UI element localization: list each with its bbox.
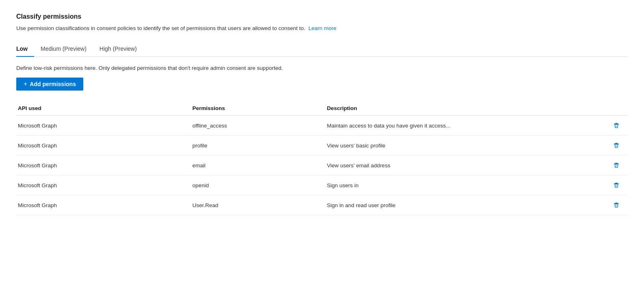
svg-rect-0 <box>614 124 618 124</box>
cell-description-1: View users' basic profile <box>322 136 603 156</box>
svg-rect-12 <box>614 203 618 204</box>
cell-permission-3: openid <box>187 175 322 195</box>
cell-api-3: Microsoft Graph <box>16 175 187 195</box>
learn-more-link[interactable]: Learn more <box>308 25 336 31</box>
svg-rect-6 <box>614 164 618 164</box>
table-row: Microsoft Graph profile View users' basi… <box>16 136 628 156</box>
cell-api-1: Microsoft Graph <box>16 136 187 156</box>
cell-permission-2: email <box>187 156 322 175</box>
plus-icon: + <box>24 81 27 87</box>
cell-api-2: Microsoft Graph <box>16 156 187 175</box>
table-row: Microsoft Graph openid Sign users in <box>16 175 628 195</box>
delete-button-3[interactable] <box>610 180 623 190</box>
column-header-description: Description <box>322 102 603 116</box>
tab-low[interactable]: Low <box>16 42 34 57</box>
delete-button-2[interactable] <box>610 160 623 170</box>
low-tab-description: Define low-risk permissions here. Only d… <box>16 65 628 71</box>
delete-button-4[interactable] <box>610 200 623 210</box>
tab-medium[interactable]: Medium (Preview) <box>41 42 93 57</box>
column-header-action <box>603 102 628 116</box>
table-row: Microsoft Graph offline_access Maintain … <box>16 116 628 136</box>
cell-action-3 <box>603 175 628 195</box>
cell-api-0: Microsoft Graph <box>16 116 187 136</box>
column-header-permissions: Permissions <box>187 102 322 116</box>
table-row: Microsoft Graph email View users' email … <box>16 156 628 175</box>
cell-permission-4: User.Read <box>187 195 322 215</box>
delete-button-0[interactable] <box>610 121 623 130</box>
cell-description-0: Maintain access to data you have given i… <box>322 116 603 136</box>
add-permissions-button[interactable]: + Add permissions <box>16 78 83 91</box>
cell-action-2 <box>603 156 628 175</box>
cell-permission-1: profile <box>187 136 322 156</box>
column-header-api: API used <box>16 102 187 116</box>
cell-action-0 <box>603 116 628 136</box>
cell-action-4 <box>603 195 628 215</box>
description-text: Use permission classifications in consen… <box>16 25 305 31</box>
tab-bar: Low Medium (Preview) High (Preview) <box>16 42 628 57</box>
tab-high[interactable]: High (Preview) <box>100 42 143 57</box>
cell-action-1 <box>603 136 628 156</box>
cell-permission-0: offline_access <box>187 116 322 136</box>
page-title: Classify permissions <box>16 13 628 20</box>
cell-description-4: Sign in and read user profile <box>322 195 603 215</box>
svg-rect-3 <box>614 144 618 144</box>
add-permissions-label: Add permissions <box>30 81 76 87</box>
cell-description-2: View users' email address <box>322 156 603 175</box>
delete-button-1[interactable] <box>610 141 623 150</box>
cell-description-3: Sign users in <box>322 175 603 195</box>
table-row: Microsoft Graph User.Read Sign in and re… <box>16 195 628 215</box>
page-description: Use permission classifications in consen… <box>16 24 628 32</box>
cell-api-4: Microsoft Graph <box>16 195 187 215</box>
table-header-row: API used Permissions Description <box>16 102 628 116</box>
permissions-table: API used Permissions Description Microso… <box>16 102 628 215</box>
svg-rect-9 <box>614 184 618 184</box>
